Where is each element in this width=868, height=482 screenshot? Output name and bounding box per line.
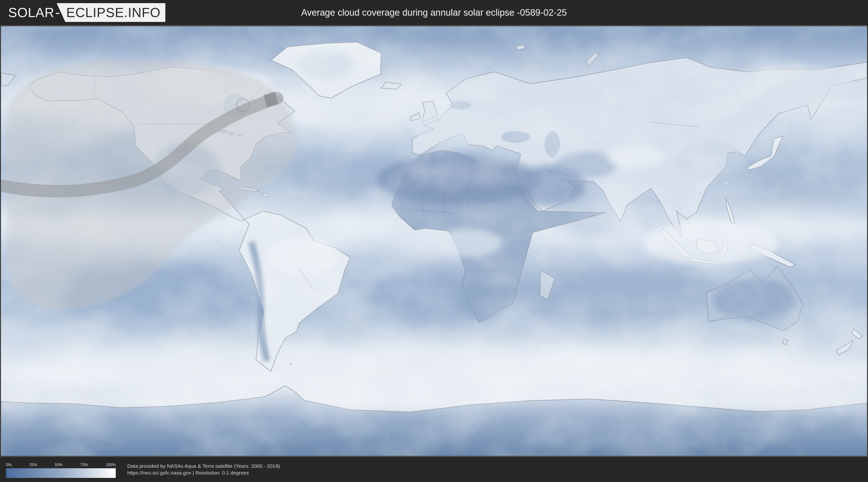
legend-gradient-bar — [6, 468, 116, 478]
legend-tick-0: 0% — [6, 463, 11, 467]
site-logo[interactable]: SOLAR - ECLIPSE.INFO — [7, 3, 165, 22]
legend-tick-25: 25% — [29, 463, 37, 467]
logo-text-eclipse-info: ECLIPSE.INFO — [57, 3, 165, 22]
cloud-map-image — [1, 26, 867, 456]
footer-bar: 0% 25% 50% 75% 100% Data provided by NAS… — [0, 457, 868, 481]
page-title: Average cloud coverage during annular so… — [301, 7, 567, 18]
legend-tick-75: 75% — [80, 463, 88, 467]
world-cloud-map — [0, 25, 868, 457]
legend-tick-50: 50% — [55, 463, 63, 467]
logo-separator: - — [55, 5, 60, 20]
data-credits: Data provided by NASAs Aqua & Terra sate… — [127, 463, 280, 476]
logo-text-solar: SOLAR — [7, 3, 54, 22]
legend-tick-100: 100% — [106, 463, 116, 467]
header-bar: SOLAR - ECLIPSE.INFO Average cloud cover… — [0, 0, 868, 25]
cloud-coverage-legend: 0% 25% 50% 75% 100% — [6, 463, 116, 478]
credits-line1: Data provided by NASAs Aqua & Terra sate… — [127, 463, 280, 470]
page: SOLAR - ECLIPSE.INFO Average cloud cover… — [0, 0, 868, 482]
path-end-at-sunset-marker — [265, 98, 277, 101]
credits-line2: https://neo.sci.gsfc.nasa.gov | Resoluti… — [127, 470, 280, 476]
legend-tick-labels: 0% 25% 50% 75% 100% — [6, 463, 116, 467]
